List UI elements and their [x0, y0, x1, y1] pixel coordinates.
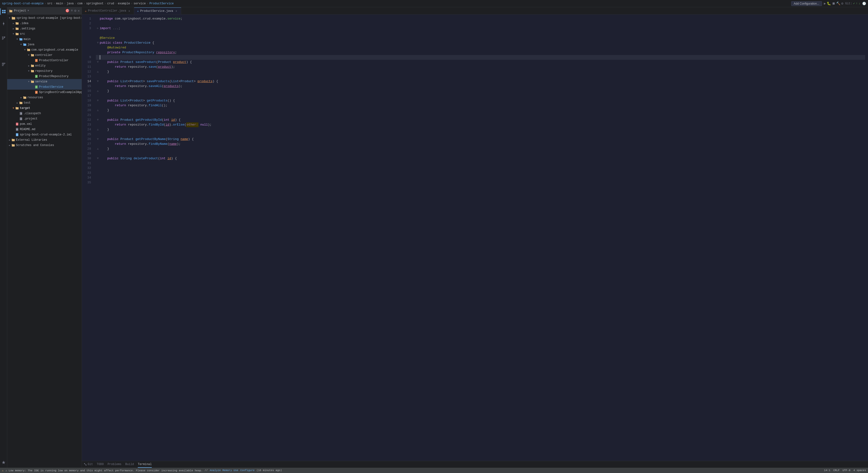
- fold-marker-17[interactable]: △: [96, 70, 100, 74]
- tab-close-productservice[interactable]: ✕: [175, 9, 178, 13]
- tree-item-repository[interactable]: ▶ repository: [7, 68, 82, 74]
- tree-label-src: src: [20, 32, 25, 36]
- sidebar-item-pullrequests[interactable]: [0, 35, 7, 41]
- tree-item-package[interactable]: ▶ com.springboot.crud.example: [7, 47, 82, 53]
- tree-label-target: target: [20, 107, 30, 110]
- tree-item-target[interactable]: ▶ target: [7, 106, 82, 111]
- fold-marker-29[interactable]: △: [96, 128, 100, 131]
- fold-marker-35[interactable]: ▽: [96, 157, 100, 160]
- cursor-position[interactable]: 14:1: [824, 469, 830, 472]
- tree-item-classpath[interactable]: .cp .classpath: [7, 111, 82, 116]
- fold-marker-21[interactable]: △: [96, 89, 100, 93]
- bottom-tab-git[interactable]: Git: [84, 461, 93, 468]
- code-line-30: [96, 132, 865, 137]
- tree-arrow-controller: ▶: [27, 53, 31, 57]
- svg-text:iml: iml: [16, 135, 18, 136]
- tab-label-productservice: ProductService.java: [140, 9, 173, 13]
- tree-item-main-class[interactable]: A SpringBootCrudExample2Applic: [7, 90, 82, 95]
- tree-item-readme[interactable]: md README.md: [7, 127, 82, 132]
- tab-close-productcontroller[interactable]: ✕: [128, 9, 131, 12]
- tab-productservice[interactable]: ☕ ProductService.java ✕: [134, 7, 181, 14]
- sidebar-item-structure[interactable]: [0, 61, 7, 68]
- analyze-memory-link[interactable]: Analyze Memory Use: [210, 469, 238, 472]
- collapse-all-icon[interactable]: ≡: [71, 9, 73, 13]
- status-configure: Configure: [240, 469, 254, 472]
- tree-item-pom[interactable]: xml pom.xml: [7, 121, 82, 127]
- sidebar-item-favorites[interactable]: [0, 459, 7, 466]
- tree-item-resources[interactable]: ▶ resources: [7, 95, 82, 100]
- tree-item-project-file[interactable]: .pj .project: [7, 116, 82, 121]
- line-numbers: 1 2 3 9 10 11 12 13 14 15 16 17 18 19 20: [82, 14, 94, 461]
- tree-item-src[interactable]: ▶ src: [7, 31, 82, 37]
- fold-marker-33[interactable]: △: [96, 147, 100, 151]
- tree-item-productrepository[interactable]: I ProductRepository: [7, 74, 82, 79]
- fold-marker-31[interactable]: ▽: [96, 137, 100, 141]
- indent-size[interactable]: 4 spaces: [853, 469, 866, 472]
- svg-line-52: [85, 464, 86, 465]
- line-ending[interactable]: CRLF: [833, 469, 840, 472]
- tree-item-main[interactable]: ▶ main: [7, 37, 82, 42]
- svg-rect-15: [9, 10, 12, 12]
- git-push-icon[interactable]: ↑: [856, 2, 858, 5]
- tree-item-external-libraries[interactable]: ▶ External Libraries: [7, 137, 82, 143]
- bottom-tab-terminal[interactable]: Terminal: [138, 461, 152, 468]
- sidebar-item-project[interactable]: [0, 8, 7, 15]
- project-settings-icon[interactable]: ⚙: [74, 9, 76, 13]
- fold-marker-25[interactable]: △: [96, 109, 100, 112]
- code-line-14: [96, 55, 865, 60]
- stop-button[interactable]: ⏹: [832, 2, 835, 5]
- tree-arrow-test: ▶: [16, 101, 19, 105]
- tree-label-external-libraries: External Libraries: [16, 138, 47, 142]
- fold-marker-23[interactable]: ▽: [96, 99, 100, 102]
- code-content[interactable]: package com.springboot.crud.example.serv…: [94, 14, 865, 461]
- history-icon[interactable]: 🕐: [862, 2, 866, 5]
- tree-item-settings[interactable]: ▶ .settings: [7, 26, 82, 31]
- breadcrumb-project[interactable]: spring-boot-crud-example: [2, 2, 43, 5]
- tree-label-main-class: SpringBootCrudExample2Applic: [39, 91, 82, 94]
- tree-label-main: main: [24, 37, 31, 41]
- tree-item-entity[interactable]: ▶ entity: [7, 63, 82, 68]
- status-memory-warning: ⚠ Low memory: The IDE is running low on …: [5, 469, 203, 472]
- tree-item-java-folder[interactable]: ▶ java: [7, 42, 82, 47]
- run-button[interactable]: ▶: [824, 1, 826, 5]
- tree-item-root[interactable]: ▶ spring-boot-crud-example [spring-boot-…: [7, 16, 82, 21]
- run-config-button[interactable]: ⚙: [841, 1, 843, 5]
- tree-item-controller[interactable]: ▶ controller: [7, 53, 82, 58]
- svg-rect-16: [12, 17, 15, 20]
- encoding[interactable]: UTF-8: [842, 469, 850, 472]
- git-pull-icon[interactable]: ↓: [859, 2, 860, 5]
- tab-icon-productcontroller: ☕: [85, 9, 87, 13]
- svg-rect-13: [2, 65, 4, 66]
- svg-rect-11: [2, 63, 5, 64]
- tree-item-productcontroller[interactable]: C ProductController: [7, 58, 82, 63]
- git-check-icon: ✓: [853, 2, 855, 5]
- bottom-tab-build[interactable]: Build: [125, 461, 134, 468]
- project-header: Project ▼ 🎯 ≡ ⚙ ✕: [7, 7, 82, 14]
- tree-label-classpath: .classpath: [24, 112, 41, 115]
- tree-item-service[interactable]: ▶ service: [7, 79, 82, 84]
- tree-item-scratches[interactable]: ▶ Scratches and Consoles: [7, 143, 82, 148]
- project-close-icon[interactable]: ✕: [78, 9, 80, 13]
- fold-marker-15[interactable]: ▽: [96, 60, 100, 64]
- code-editor[interactable]: 1 2 3 9 10 11 12 13 14 15 16 17 18 19 20: [82, 14, 868, 461]
- tree-item-test[interactable]: ▶ test: [7, 100, 82, 106]
- tree-label-package: com.springboot.crud.example: [31, 48, 78, 52]
- locate-file-icon[interactable]: 🎯: [65, 9, 69, 13]
- build-button[interactable]: 🔨: [836, 1, 840, 5]
- fold-marker-11[interactable]: ▽: [96, 41, 100, 45]
- fold-marker-3[interactable]: ▷: [96, 27, 100, 30]
- tree-item-iml[interactable]: iml spring-boot-crud-example-2.iml: [7, 132, 82, 137]
- add-configuration-button[interactable]: Add Configuration...: [791, 1, 822, 6]
- bottom-tab-problems[interactable]: Problems: [107, 461, 121, 468]
- scrollbar-gutter[interactable]: [865, 14, 868, 461]
- debug-button[interactable]: 🐛: [827, 1, 831, 5]
- bottom-tab-todo[interactable]: TODO: [97, 461, 104, 468]
- sidebar-item-commit[interactable]: [0, 20, 7, 27]
- tree-item-productservice[interactable]: C ProductService: [7, 84, 82, 90]
- fold-marker-27[interactable]: ▽: [96, 118, 100, 122]
- tree-item-idea[interactable]: ▶ .idea: [7, 21, 82, 26]
- fold-marker-19[interactable]: ▽: [96, 80, 100, 83]
- breadcrumb: spring-boot-crud-example › src › main › …: [2, 2, 174, 5]
- run-toolbar: ▶ 🐛 ⏹ 🔨 ⚙: [824, 1, 843, 5]
- tab-productcontroller[interactable]: ☕ ProductController.java ✕: [82, 7, 134, 14]
